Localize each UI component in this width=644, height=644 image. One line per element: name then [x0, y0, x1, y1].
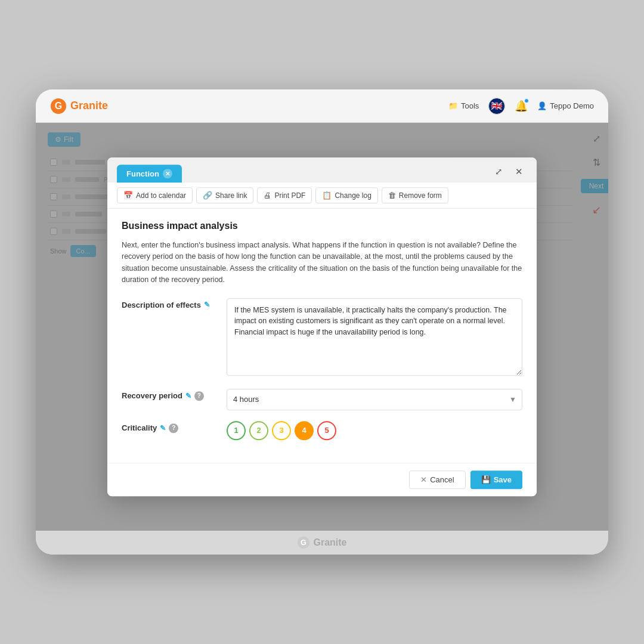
bottom-logo-icon: G — [297, 536, 310, 549]
function-tab[interactable]: Function ✕ — [117, 165, 182, 182]
description-effects-edit-icon[interactable]: ✎ — [204, 301, 210, 309]
criticality-control: 1 2 3 4 5 — [227, 421, 522, 440]
modal-body: Business impact analysis Next, enter the… — [107, 209, 537, 463]
modal-tab-bar: Function ✕ ⤢ ✕ — [107, 157, 537, 182]
tab-close-button[interactable]: ✕ — [163, 169, 172, 178]
criticality-1-button[interactable]: 1 — [227, 421, 246, 440]
print-pdf-button[interactable]: 🖨 Print PDF — [257, 187, 312, 203]
screen-wrapper: G Granite 📁 Tools 🇬🇧 🔔 👤 Teppo Demo — [36, 89, 608, 555]
cancel-label: Cancel — [430, 475, 454, 484]
add-to-calendar-button[interactable]: 📅 Add to calendar — [117, 187, 193, 203]
description-effects-control: If the MES system is unavailable, it pra… — [227, 298, 522, 378]
user-name-label: Teppo Demo — [550, 101, 594, 110]
notification-dot — [524, 98, 529, 103]
recovery-period-field: Recovery period ✎ ? 4 hours 1 hour 2 hou… — [122, 389, 522, 410]
user-icon: 👤 — [537, 101, 547, 110]
notifications-button[interactable]: 🔔 — [515, 100, 528, 113]
recovery-period-label: Recovery period ✎ ? — [122, 389, 217, 401]
modal-toolbar: 📅 Add to calendar 🔗 Share link 🖨 Print P… — [107, 182, 537, 209]
svg-text:G: G — [55, 101, 62, 111]
log-icon: 📋 — [322, 191, 332, 200]
criticality-label-text: Criticality — [122, 423, 157, 432]
description-effects-label-text: Description of effects — [122, 301, 201, 309]
bottom-app-name: Granite — [313, 537, 346, 548]
trash-icon: 🗑 — [388, 191, 396, 200]
user-menu-button[interactable]: 👤 Teppo Demo — [537, 101, 594, 110]
print-icon: 🖨 — [264, 191, 271, 200]
criticality-help-icon[interactable]: ? — [169, 423, 178, 433]
flag-icon: 🇬🇧 — [491, 100, 503, 112]
modal-dialog: Function ✕ ⤢ ✕ 📅 Add to calendar 🔗 — [107, 157, 537, 496]
criticality-edit-icon[interactable]: ✎ — [160, 424, 166, 432]
tools-label: Tools — [461, 101, 479, 110]
calendar-icon: 📅 — [123, 191, 133, 200]
tab-close-icon: ✕ — [165, 171, 170, 177]
recovery-period-control: 4 hours 1 hour 2 hours 8 hours 24 hours … — [227, 389, 522, 410]
link-icon: 🔗 — [203, 191, 212, 200]
bottom-logo: G Granite — [297, 536, 346, 549]
criticality-label: Criticality ✎ ? — [122, 421, 217, 433]
cancel-icon: ✕ — [420, 475, 427, 484]
description-effects-label: Description of effects ✎ — [122, 298, 217, 309]
recovery-period-help-icon[interactable]: ? — [194, 391, 204, 401]
folder-icon: 📁 — [448, 101, 458, 110]
recovery-period-label-text: Recovery period — [122, 391, 182, 400]
add-calendar-label: Add to calendar — [136, 191, 186, 200]
criticality-2-button[interactable]: 2 — [249, 421, 268, 440]
form-description: Next, enter the function's business impa… — [122, 240, 522, 286]
maximize-button[interactable]: ⤢ — [490, 163, 507, 180]
recovery-period-select[interactable]: 4 hours 1 hour 2 hours 8 hours 24 hours — [227, 389, 522, 410]
language-selector[interactable]: 🇬🇧 — [488, 98, 505, 114]
close-button[interactable]: ✕ — [510, 163, 527, 180]
print-pdf-label: Print PDF — [274, 191, 305, 200]
bottom-bar: G Granite — [36, 531, 608, 555]
cancel-button[interactable]: ✕ Cancel — [409, 470, 465, 489]
tools-button[interactable]: 📁 Tools — [448, 101, 479, 110]
save-icon: 💾 — [481, 475, 491, 484]
save-button[interactable]: 💾 Save — [470, 470, 522, 489]
logo-area: G Granite — [50, 98, 108, 114]
criticality-5-button[interactable]: 5 — [317, 421, 336, 440]
remove-form-button[interactable]: 🗑 Remove form — [382, 187, 448, 203]
description-effects-textarea[interactable]: If the MES system is unavailable, it pra… — [227, 298, 522, 376]
criticality-field: Criticality ✎ ? 1 2 3 4 5 — [122, 421, 522, 440]
tab-label: Function — [126, 169, 159, 178]
form-title: Business impact analysis — [122, 221, 522, 231]
criticality-3-button[interactable]: 3 — [272, 421, 291, 440]
app-name: Granite — [70, 100, 108, 112]
criticality-4-button[interactable]: 4 — [295, 421, 314, 440]
description-effects-field: Description of effects ✎ If the MES syst… — [122, 298, 522, 378]
recovery-period-edit-icon[interactable]: ✎ — [185, 392, 191, 400]
share-link-button[interactable]: 🔗 Share link — [196, 187, 253, 203]
svg-text:G: G — [301, 538, 307, 547]
main-area: ⚙ Filt In Pa Pa Pa — [36, 123, 608, 531]
granite-logo-icon: G — [50, 98, 67, 114]
top-right: 📁 Tools 🇬🇧 🔔 👤 Teppo Demo — [448, 98, 594, 114]
save-label: Save — [494, 475, 512, 484]
modal-footer: ✕ Cancel 💾 Save — [107, 463, 537, 496]
modal-header-actions: ⤢ ✕ — [490, 163, 527, 182]
criticality-circles: 1 2 3 4 5 — [227, 421, 522, 440]
top-bar: G Granite 📁 Tools 🇬🇧 🔔 👤 Teppo Demo — [36, 89, 608, 123]
change-log-button[interactable]: 📋 Change log — [315, 187, 377, 203]
change-log-label: Change log — [335, 191, 371, 200]
remove-form-label: Remove form — [399, 191, 442, 200]
share-link-label: Share link — [215, 191, 247, 200]
